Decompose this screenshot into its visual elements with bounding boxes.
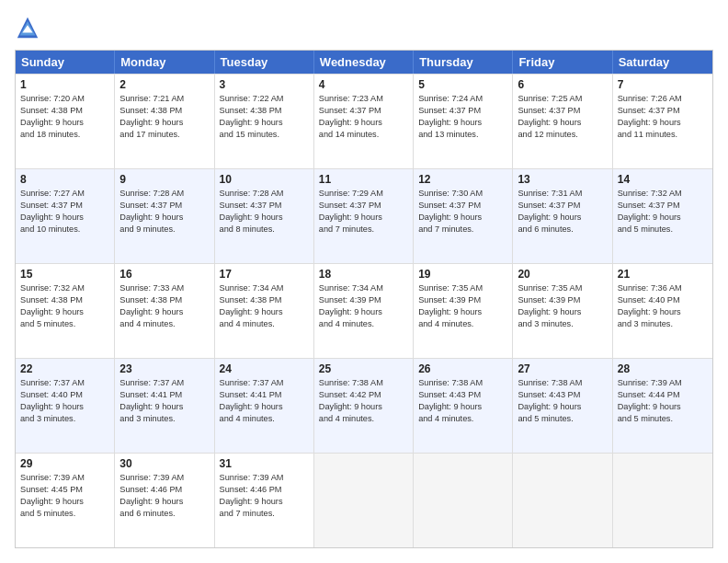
cell-info-line: and 17 minutes. <box>119 129 209 141</box>
day-cell-6: 6Sunrise: 7:25 AMSunset: 4:37 PMDaylight… <box>513 75 612 168</box>
cell-info-line: Sunset: 4:38 PM <box>119 105 209 117</box>
day-number: 18 <box>319 268 408 281</box>
day-cell-empty <box>613 454 712 547</box>
cell-info-line: and 3 minutes. <box>119 413 209 425</box>
cell-info-line: and 18 minutes. <box>20 129 109 141</box>
cell-info-line: Sunrise: 7:23 AM <box>319 93 408 105</box>
cell-info-line: Sunset: 4:39 PM <box>518 294 607 306</box>
cell-info-line: Sunset: 4:37 PM <box>518 105 607 117</box>
cell-info-line: Sunset: 4:38 PM <box>220 105 309 117</box>
cell-info-line: Sunset: 4:44 PM <box>618 389 708 401</box>
day-number: 4 <box>319 78 408 91</box>
cell-info-line: Sunset: 4:37 PM <box>220 200 309 212</box>
cell-info-line: Sunrise: 7:33 AM <box>119 282 209 294</box>
day-cell-25: 25Sunrise: 7:38 AMSunset: 4:42 PMDayligh… <box>314 359 414 453</box>
day-number: 11 <box>319 173 408 186</box>
cell-info-line: Daylight: 9 hours <box>618 117 708 129</box>
day-number: 5 <box>418 78 507 91</box>
cell-info-line: Sunset: 4:39 PM <box>319 294 408 306</box>
cell-info-line: Sunset: 4:45 PM <box>20 484 109 496</box>
cell-info-line: Sunrise: 7:39 AM <box>618 377 708 389</box>
cell-info-line: Sunset: 4:37 PM <box>618 200 708 212</box>
logo-icon <box>15 15 40 40</box>
day-number: 30 <box>119 457 209 470</box>
cell-info-line: Daylight: 9 hours <box>518 212 607 224</box>
cell-info-line: and 4 minutes. <box>220 318 309 330</box>
cell-info-line: Daylight: 9 hours <box>618 306 708 318</box>
cell-info-line: Sunrise: 7:25 AM <box>518 93 607 105</box>
cell-info-line: Daylight: 9 hours <box>518 306 607 318</box>
weekday-header-thursday: Thursday <box>414 51 513 74</box>
cell-info-line: and 4 minutes. <box>119 318 209 330</box>
day-number: 1 <box>20 78 109 91</box>
day-cell-16: 16Sunrise: 7:33 AMSunset: 4:38 PMDayligh… <box>115 264 214 358</box>
cell-info-line: and 14 minutes. <box>319 129 408 141</box>
cell-info-line: Sunrise: 7:29 AM <box>319 188 408 200</box>
day-cell-31: 31Sunrise: 7:39 AMSunset: 4:46 PMDayligh… <box>215 454 314 547</box>
cell-info-line: Sunrise: 7:31 AM <box>518 188 607 200</box>
cell-info-line: and 7 minutes. <box>319 224 408 236</box>
day-cell-empty <box>513 454 612 547</box>
cell-info-line: Sunrise: 7:39 AM <box>20 472 109 484</box>
cell-info-line: Daylight: 9 hours <box>20 117 109 129</box>
day-number: 24 <box>220 362 309 375</box>
cell-info-line: and 15 minutes. <box>220 129 309 141</box>
day-cell-3: 3Sunrise: 7:22 AMSunset: 4:38 PMDaylight… <box>215 75 314 168</box>
day-number: 10 <box>220 173 309 186</box>
day-cell-2: 2Sunrise: 7:21 AMSunset: 4:38 PMDaylight… <box>115 75 214 168</box>
cell-info-line: Sunset: 4:39 PM <box>418 294 507 306</box>
day-cell-18: 18Sunrise: 7:34 AMSunset: 4:39 PMDayligh… <box>314 264 414 358</box>
weekday-header-tuesday: Tuesday <box>215 51 314 74</box>
cell-info-line: and 13 minutes. <box>418 129 507 141</box>
cell-info-line: Daylight: 9 hours <box>618 212 708 224</box>
cell-info-line: Daylight: 9 hours <box>319 212 408 224</box>
calendar-row-1: 1Sunrise: 7:20 AMSunset: 4:38 PMDaylight… <box>16 74 712 168</box>
day-number: 31 <box>220 457 309 470</box>
cell-info-line: and 8 minutes. <box>220 224 309 236</box>
day-cell-26: 26Sunrise: 7:38 AMSunset: 4:43 PMDayligh… <box>414 359 513 453</box>
weekday-header-saturday: Saturday <box>613 51 712 74</box>
cell-info-line: Daylight: 9 hours <box>319 401 408 413</box>
cell-info-line: Sunrise: 7:30 AM <box>418 188 507 200</box>
cell-info-line: Sunrise: 7:28 AM <box>220 188 309 200</box>
cell-info-line: Daylight: 9 hours <box>20 401 109 413</box>
day-cell-10: 10Sunrise: 7:28 AMSunset: 4:37 PMDayligh… <box>215 169 314 263</box>
cell-info-line: Sunset: 4:46 PM <box>220 484 309 496</box>
day-number: 22 <box>20 362 109 375</box>
cell-info-line: Sunrise: 7:38 AM <box>518 377 607 389</box>
cell-info-line: Daylight: 9 hours <box>119 117 209 129</box>
cell-info-line: Daylight: 9 hours <box>518 117 607 129</box>
cell-info-line: and 5 minutes. <box>618 413 708 425</box>
day-number: 29 <box>20 457 109 470</box>
cell-info-line: and 4 minutes. <box>418 413 507 425</box>
cell-info-line: and 3 minutes. <box>20 413 109 425</box>
day-number: 19 <box>418 268 507 281</box>
header <box>15 15 713 40</box>
day-number: 3 <box>220 78 309 91</box>
cell-info-line: Sunrise: 7:35 AM <box>418 282 507 294</box>
cell-info-line: Sunset: 4:40 PM <box>20 389 109 401</box>
cell-info-line: Daylight: 9 hours <box>220 306 309 318</box>
cell-info-line: and 4 minutes. <box>220 413 309 425</box>
cell-info-line: Daylight: 9 hours <box>220 496 309 508</box>
cell-info-line: Daylight: 9 hours <box>618 401 708 413</box>
cell-info-line: and 3 minutes. <box>618 318 708 330</box>
day-cell-15: 15Sunrise: 7:32 AMSunset: 4:38 PMDayligh… <box>16 264 115 358</box>
cell-info-line: Sunrise: 7:36 AM <box>618 282 708 294</box>
day-cell-7: 7Sunrise: 7:26 AMSunset: 4:37 PMDaylight… <box>613 75 712 168</box>
day-number: 17 <box>220 268 309 281</box>
cell-info-line: and 4 minutes. <box>418 318 507 330</box>
cell-info-line: Sunrise: 7:37 AM <box>20 377 109 389</box>
weekday-header-wednesday: Wednesday <box>314 51 414 74</box>
cell-info-line: and 7 minutes. <box>220 508 309 520</box>
cell-info-line: Daylight: 9 hours <box>418 117 507 129</box>
day-number: 15 <box>20 268 109 281</box>
cell-info-line: Sunset: 4:37 PM <box>20 200 109 212</box>
cell-info-line: Sunset: 4:37 PM <box>319 200 408 212</box>
day-cell-5: 5Sunrise: 7:24 AMSunset: 4:37 PMDaylight… <box>414 75 513 168</box>
cell-info-line: Sunset: 4:38 PM <box>220 294 309 306</box>
cell-info-line: Daylight: 9 hours <box>20 496 109 508</box>
logo <box>15 15 44 40</box>
cell-info-line: Daylight: 9 hours <box>119 496 209 508</box>
day-number: 9 <box>119 173 209 186</box>
